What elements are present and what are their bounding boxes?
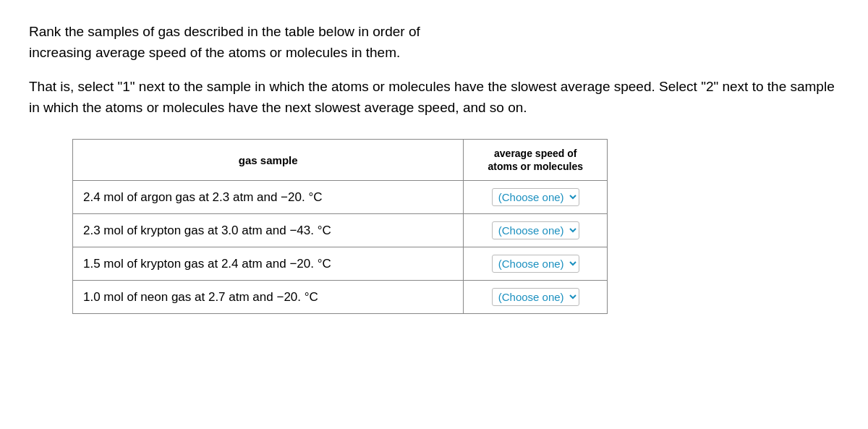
table-container: gas sample average speed of atoms or mol… [72, 139, 608, 314]
gas-cell-3: 1.0 mol of neon gas at 2.7 atm and −20. … [73, 281, 464, 314]
header-gas: gas sample [73, 139, 464, 180]
table-row: 2.3 mol of krypton gas at 3.0 atm and −4… [73, 214, 608, 247]
speed-cell-2[interactable]: (Choose one)1234 [464, 247, 608, 281]
gas-cell-2: 1.5 mol of krypton gas at 2.4 atm and −2… [73, 247, 464, 281]
question-block: Rank the samples of gas described in the… [29, 22, 839, 119]
speed-cell-0[interactable]: (Choose one)1234 [464, 181, 608, 214]
header-speed: average speed of atoms or molecules [464, 139, 608, 180]
speed-cell-1[interactable]: (Choose one)1234 [464, 214, 608, 247]
table-row: 1.5 mol of krypton gas at 2.4 atm and −2… [73, 247, 608, 281]
table-header-row: gas sample average speed of atoms or mol… [73, 139, 608, 180]
question-line1: Rank the samples of gas described in the… [29, 24, 420, 39]
ranking-table: gas sample average speed of atoms or mol… [72, 139, 608, 314]
header-speed-line1: average speed of [494, 148, 576, 159]
question-text: Rank the samples of gas described in the… [29, 22, 839, 63]
question-line2: increasing average speed of the atoms or… [29, 45, 400, 60]
header-speed-line2: atoms or molecules [488, 161, 583, 172]
choose-select-0[interactable]: (Choose one)1234 [492, 188, 579, 206]
table-row: 2.4 mol of argon gas at 2.3 atm and −20.… [73, 181, 608, 214]
choose-select-2[interactable]: (Choose one)1234 [492, 255, 579, 273]
choose-select-3[interactable]: (Choose one)1234 [492, 288, 579, 306]
choose-select-1[interactable]: (Choose one)1234 [492, 221, 579, 239]
gas-cell-0: 2.4 mol of argon gas at 2.3 atm and −20.… [73, 181, 464, 214]
table-row: 1.0 mol of neon gas at 2.7 atm and −20. … [73, 281, 608, 314]
speed-cell-3[interactable]: (Choose one)1234 [464, 281, 608, 314]
instruction-text: That is, select "1" next to the sample i… [29, 76, 839, 119]
gas-cell-1: 2.3 mol of krypton gas at 3.0 atm and −4… [73, 214, 464, 247]
